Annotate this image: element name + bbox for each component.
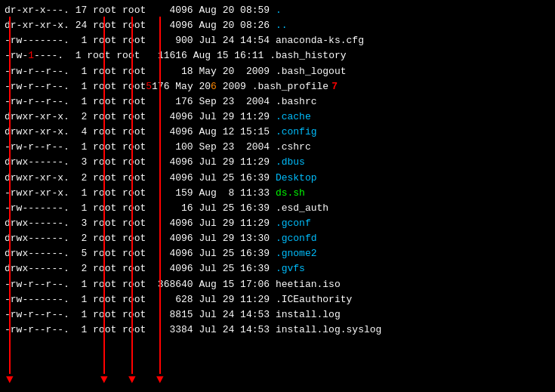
file-row: -rw-r--r--. 1 root root 176 Sep 23 2004 … [5, 94, 550, 110]
arrow-head: ▼ [156, 374, 164, 386]
file-row: -rw-r--r--. 1 root root 100 Sep 23 2004 … [5, 140, 550, 155]
file-row: drwxr-xr-x. 2 root root 4096 Jul 29 11:2… [5, 110, 550, 125]
file-row: -rw-r--r--. 1 root root 8815 Jul 24 14:5… [5, 307, 550, 323]
arrow-head: ▼ [6, 374, 14, 386]
file-row: -rw-r--r--. 1 root root 3384 Jul 24 14:5… [5, 323, 550, 338]
file-row: -rw-------. 1 root root 628 Jul 29 11:29… [5, 292, 550, 307]
file-row: -rwxr-xr-x. 1 root root 159 Aug 8 11:33 … [5, 186, 550, 201]
file-row: -rw-1----. 1 root root 11616 Aug 15 16:1… [5, 48, 550, 63]
file-row: drwx------. 2 root root 4096 Jul 29 13:3… [5, 231, 550, 246]
file-row: -rw-------. 1 root root 16 Jul 25 16:39 … [5, 201, 550, 216]
file-row: -rw-------. 1 root root 900 Jul 24 14:54… [5, 33, 550, 48]
file-row: -rw-r--r--. 1 root root5176 May 206 2009… [5, 79, 550, 94]
file-row: drwxr-xr-x. 4 root root 4096 Aug 12 15:1… [5, 125, 550, 140]
arrow-head: ▼ [128, 374, 136, 386]
file-row: dr-xr-xr-x. 24 root root 4096 Aug 20 08:… [5, 18, 550, 33]
file-row: dr-xr-x---. 17 root root 4096 Aug 20 08:… [5, 3, 550, 18]
arrow-head: ▼ [100, 374, 108, 386]
file-row: -rw-r--r--. 1 root root 18 May 20 2009 .… [5, 64, 550, 79]
file-list: dr-xr-x---. 17 root root 4096 Aug 20 08:… [5, 3, 550, 338]
file-row: drwx------. 3 root root 4096 Jul 29 11:2… [5, 216, 550, 231]
file-row: drwx------. 3 root root 4096 Jul 29 11:2… [5, 155, 550, 170]
terminal-window: dr-xr-x---. 17 root root 4096 Aug 20 08:… [0, 0, 555, 392]
file-row: drwx------. 5 root root 4096 Jul 25 16:3… [5, 246, 550, 261]
file-row: drwx------. 2 root root 4096 Jul 25 16:3… [5, 261, 550, 276]
file-row: -rw-r--r--. 1 root root 368640 Aug 15 17… [5, 277, 550, 292]
file-row: drwxr-xr-x. 2 root root 4096 Jul 25 16:3… [5, 171, 550, 186]
